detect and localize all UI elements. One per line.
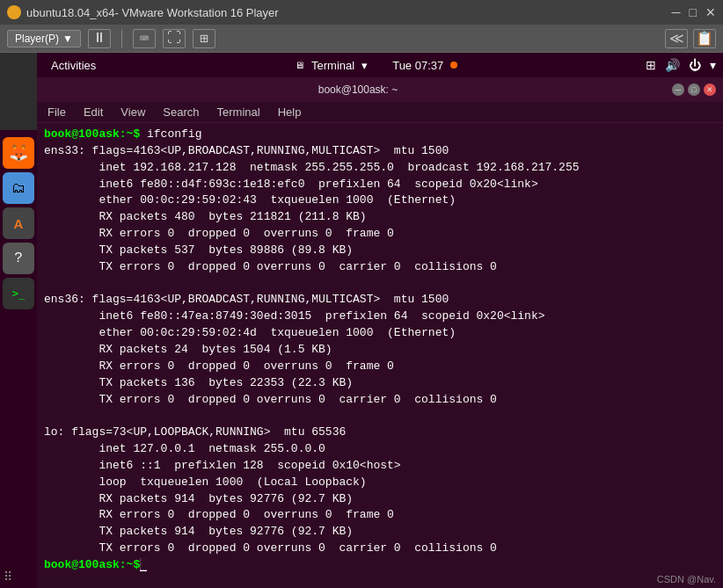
library-icon: 📋 — [696, 30, 713, 47]
back-btn[interactable]: ≪ — [665, 29, 688, 48]
terminal-menu-icon: 🖥 — [295, 60, 304, 70]
terminal-window-controls: ─ □ ✕ — [672, 83, 716, 96]
activities-label: Activities — [51, 59, 96, 72]
menu-edit[interactable]: Edit — [80, 105, 106, 119]
menu-help[interactable]: Help — [274, 105, 305, 119]
title-bar-left: ubuntu18.04_x64- VMware Workstation 16 P… — [7, 5, 279, 19]
window-title: ubuntu18.04_x64- VMware Workstation 16 P… — [26, 6, 279, 19]
apps-icon: A — [14, 216, 24, 231]
terminal-min-btn[interactable]: ─ — [672, 83, 684, 96]
prompt-1: book@100ask:~$ — [44, 127, 140, 141]
terminal-max-btn[interactable]: □ — [688, 83, 700, 96]
output-line-10: ens36: flags=4163<UP,BROADCAST,RUNNING,M… — [44, 293, 449, 306]
back-icon: ≪ — [669, 30, 684, 47]
player-dropdown-icon: ▼ — [62, 33, 73, 45]
output-line-3: inet6 fe80::d4f:693c:1e18:efc0 prefixlen… — [44, 178, 538, 191]
close-btn[interactable]: ✕ — [705, 5, 716, 19]
output-line-2: inet 192.168.217.128 netmask 255.255.255… — [44, 161, 580, 174]
output-line-25: TX errors 0 dropped 0 overruns 0 carrier… — [44, 541, 497, 555]
topbar-dropdown-icon[interactable]: ▾ — [710, 58, 716, 72]
main-container: 🦊 🗂 A ? >_ Activities 🖥 Terminal ▾ — [0, 53, 723, 588]
sidebar-item-files[interactable]: 🗂 — [3, 172, 34, 204]
ubuntu-sidebar: 🦊 🗂 A ? >_ — [0, 130, 37, 588]
terminal-topbar-label: Terminal — [311, 59, 354, 72]
help-icon: ? — [14, 250, 23, 266]
output-line-21: loop txqueuelen 1000 (Local Loopback) — [44, 475, 367, 489]
menu-file[interactable]: File — [44, 105, 69, 119]
output-line-19: inet 127.0.0.1 netmask 255.0.0.0 — [44, 442, 325, 455]
power-icon[interactable]: ⏻ — [689, 58, 701, 72]
ubuntu-topbar: Activities 🖥 Terminal ▾ Tue 07:37 ⊞ 🔊 ⏻ … — [37, 53, 723, 77]
menu-terminal[interactable]: Terminal — [214, 105, 264, 119]
output-line-20: inet6 ::1 prefixlen 128 scopeid 0x10<hos… — [44, 459, 401, 472]
grid-apps-btn[interactable]: ⠿ — [4, 570, 12, 584]
menu-search[interactable]: Search — [159, 105, 202, 119]
files-icon: 🗂 — [11, 180, 26, 197]
unity-btn[interactable]: ⊞ — [193, 29, 215, 48]
output-line-4: ether 00:0c:29:59:02:43 txqueuelen 1000 … — [44, 193, 456, 207]
sidebar-item-terminal[interactable]: >_ — [3, 278, 34, 309]
fullscreen-btn[interactable]: ⛶ — [163, 29, 186, 48]
topbar-right: ⊞ 🔊 ⏻ ▾ — [646, 58, 723, 72]
sidebar-item-firefox[interactable]: 🦊 — [3, 137, 34, 169]
terminal-content[interactable]: book@100ask:~$ ifconfig ens33: flags=416… — [37, 123, 723, 588]
output-line-7: TX packets 537 bytes 89886 (89.8 KB) — [44, 243, 353, 257]
terminal-icon: >_ — [12, 287, 25, 300]
output-line-22: RX packets 914 bytes 92776 (92.7 KB) — [44, 492, 353, 505]
terminal-output: book@100ask:~$ ifconfig ens33: flags=416… — [44, 127, 716, 574]
unity-icon: ⊞ — [200, 30, 208, 47]
output-line-11: inet6 fe80::47ea:8749:30ed:3015 prefixle… — [44, 309, 545, 323]
fullscreen-icon: ⛶ — [167, 30, 181, 47]
terminal-dropdown-icon[interactable]: ▾ — [362, 59, 368, 72]
output-line-18: lo: flags=73<UP,LOOPBACK,RUNNING> mtu 65… — [44, 425, 346, 439]
library-btn[interactable]: 📋 — [693, 29, 716, 48]
volume-icon[interactable]: 🔊 — [665, 58, 680, 72]
output-line-13: RX packets 24 bytes 1504 (1.5 KB) — [44, 343, 332, 356]
minimize-btn[interactable]: ─ — [672, 5, 681, 19]
terminal-window-title: book@100ask: ~ — [318, 83, 398, 96]
watermark-text: CSDN @Nav. — [657, 574, 716, 584]
player-btn-label: Player(P) — [15, 33, 59, 45]
sidebar-item-apps[interactable]: A — [3, 207, 34, 239]
pause-btn[interactable]: ⏸ — [88, 29, 111, 48]
terminal-close-btn[interactable]: ✕ — [704, 83, 716, 96]
firefox-icon: 🦊 — [9, 143, 28, 163]
output-line-12: ether 00:0c:29:59:02:4d txqueuelen 1000 … — [44, 326, 456, 339]
output-line-6: RX errors 0 dropped 0 overruns 0 frame 0 — [44, 227, 394, 240]
topbar-center: 🖥 Terminal ▾ Tue 07:37 — [106, 59, 646, 72]
datetime-label: Tue 07:37 — [392, 59, 443, 72]
watermark: CSDN @Nav. — [657, 574, 716, 584]
activities-btn[interactable]: Activities — [40, 59, 106, 72]
topbar-left: Activities — [37, 59, 106, 72]
cmd-1: ifconfig — [140, 127, 201, 141]
menu-view[interactable]: View — [117, 105, 149, 119]
output-line-24: TX packets 914 bytes 92776 (92.7 KB) — [44, 525, 353, 538]
vmware-icon — [7, 5, 21, 19]
network-icon[interactable]: ⊞ — [646, 58, 656, 72]
title-bar: ubuntu18.04_x64- VMware Workstation 16 P… — [0, 0, 723, 25]
toolbar-sep-1 — [121, 30, 122, 47]
pause-icon: ⏸ — [92, 30, 106, 47]
network-dot — [450, 62, 457, 69]
output-line-1: ens33: flags=4163<UP,BROADCAST,RUNNING,M… — [44, 144, 449, 157]
cursor-block: █ — [140, 558, 147, 571]
prompt-2: book@100ask:~$ — [44, 558, 140, 571]
send-ctrl-alt-del-btn[interactable]: ⌨ — [133, 29, 156, 48]
output-line-8: TX errors 0 dropped 0 overruns 0 carrier… — [44, 260, 497, 273]
grid-icon: ⠿ — [4, 570, 12, 584]
sidebar-item-help[interactable]: ? — [3, 243, 34, 274]
terminal-titlebar: book@100ask: ~ ─ □ ✕ — [37, 77, 723, 102]
toolbar-right-btns: ≪ 📋 — [665, 29, 716, 48]
keyboard-icon: ⌨ — [140, 30, 149, 47]
output-line-15: TX packets 136 bytes 22353 (22.3 KB) — [44, 376, 353, 389]
content-area: Activities 🖥 Terminal ▾ Tue 07:37 ⊞ 🔊 ⏻ … — [37, 53, 723, 588]
terminal-title-center: book@100ask: ~ — [44, 83, 672, 96]
output-line-16: TX errors 0 dropped 0 overruns 0 carrier… — [44, 393, 497, 406]
output-line-14: RX errors 0 dropped 0 overruns 0 frame 0 — [44, 359, 394, 373]
maximize-btn[interactable]: □ — [690, 5, 697, 19]
player-menu-btn[interactable]: Player(P) ▼ — [7, 30, 81, 47]
output-line-5: RX packets 480 bytes 211821 (211.8 KB) — [44, 210, 367, 223]
terminal-window: book@100ask: ~ ─ □ ✕ File Edit View Sear… — [37, 77, 723, 588]
player-toolbar: Player(P) ▼ ⏸ ⌨ ⛶ ⊞ ≪ 📋 — [0, 25, 723, 53]
terminal-menubar: File Edit View Search Terminal Help — [37, 102, 723, 123]
